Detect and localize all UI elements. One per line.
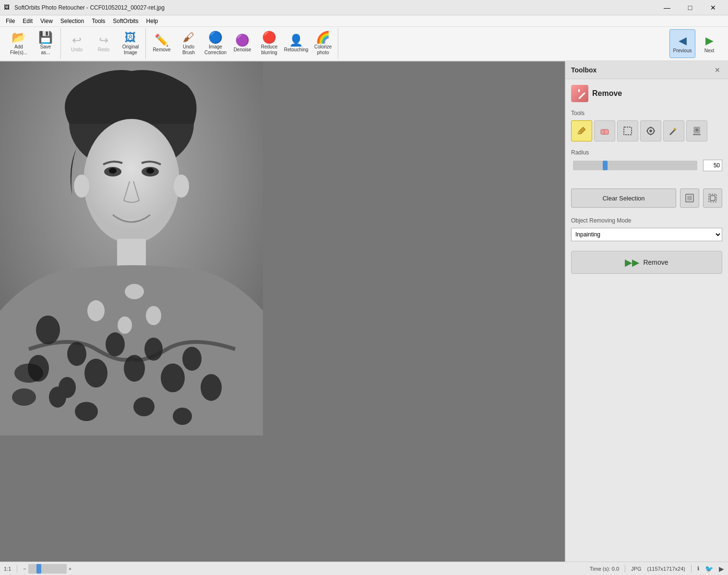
edit-group: ↩ Undo ↪ Redo 🖼 OriginalImage — [62, 28, 146, 59]
save-icon: 💾 — [38, 32, 53, 43]
zoom-slider[interactable] — [28, 564, 67, 574]
undo-brush-button[interactable]: 🖌 UndoBrush — [176, 29, 202, 58]
window-title: SoftOrbits Photo Retoucher - CCF01052012… — [14, 4, 656, 11]
add-files-label: AddFile(s)... — [10, 44, 27, 56]
close-button[interactable]: ✕ — [702, 0, 724, 15]
info-icon[interactable]: ℹ — [697, 565, 699, 572]
eraser-tool-button[interactable] — [594, 120, 615, 141]
app-icon: 🖼 — [4, 4, 12, 12]
main-content: Toolbox ✕ Remove Tools — [0, 61, 728, 562]
svg-point-18 — [161, 364, 185, 392]
svg-point-8 — [174, 175, 189, 198]
magic-wand-tool-button[interactable] — [663, 120, 684, 141]
menu-selection[interactable]: Selection — [57, 17, 88, 25]
rect-select-icon — [622, 126, 633, 136]
menu-tools[interactable]: Tools — [88, 17, 109, 25]
zoom-minus-icon[interactable]: − — [23, 566, 26, 572]
svg-point-22 — [133, 397, 155, 416]
toolbox-body: Remove Tools — [565, 79, 728, 280]
svg-point-7 — [74, 175, 89, 198]
svg-point-6 — [146, 168, 154, 174]
remove-toolbar-icon: ✏️ — [155, 35, 169, 46]
svg-point-37 — [649, 129, 652, 132]
time-separator — [625, 565, 625, 573]
svg-point-26 — [118, 317, 132, 334]
toolbar: 📂 AddFile(s)... 💾 Saveas... ↩ Undo ↪ Red… — [0, 27, 728, 61]
stamp-icon — [692, 126, 702, 136]
radius-slider[interactable] — [573, 161, 697, 170]
reduce-blurring-icon: 🔴 — [262, 32, 276, 43]
clear-selection-button[interactable]: Clear Selection — [571, 188, 676, 208]
reduce-blurring-button[interactable]: 🔴 Reduceblurring — [256, 29, 282, 58]
menu-view[interactable]: View — [36, 17, 57, 25]
svg-point-20 — [201, 374, 222, 401]
file-group: 📂 AddFile(s)... 💾 Saveas... — [4, 28, 61, 59]
contract-select-icon — [708, 193, 717, 203]
colorize-button[interactable]: 🌈 Colorizephoto — [310, 29, 336, 58]
undo-icon: ↩ — [72, 35, 82, 46]
remove-action-button[interactable]: ▶▶ Remove — [571, 251, 722, 274]
redo-button[interactable]: ↪ Redo — [91, 29, 117, 58]
svg-rect-31 — [578, 92, 585, 99]
svg-point-14 — [84, 359, 107, 387]
svg-point-24 — [49, 387, 66, 408]
undo-button[interactable]: ↩ Undo — [64, 29, 90, 58]
rect-select-tool-button[interactable] — [617, 120, 638, 141]
save-label: Saveas... — [40, 44, 51, 56]
original-image-button[interactable]: 🖼 OriginalImage — [118, 29, 143, 58]
menu-edit[interactable]: Edit — [19, 17, 36, 25]
previous-label: Previous — [673, 48, 692, 53]
mode-select[interactable]: Inpainting Content-Aware Fill Texture Sy… — [571, 228, 722, 241]
twitter-icon[interactable]: 🐦 — [705, 565, 713, 573]
next-label: Next — [704, 48, 715, 53]
svg-point-30 — [12, 388, 36, 406]
denoise-button[interactable]: 🟣 Denoise — [229, 29, 255, 58]
lasso-tool-button[interactable] — [640, 120, 661, 141]
add-files-icon: 📂 — [12, 32, 26, 43]
toolbox-close-button[interactable]: ✕ — [713, 65, 722, 75]
youtube-icon[interactable]: ▶ — [719, 565, 724, 573]
select-expand-button[interactable] — [680, 188, 699, 208]
svg-rect-33 — [601, 129, 609, 134]
stamp-tool-button[interactable] — [686, 120, 707, 141]
canvas-area[interactable] — [0, 61, 565, 562]
selection-row: Clear Selection — [571, 188, 722, 208]
next-button[interactable]: ▶ Next — [696, 29, 722, 58]
remove-icon-box — [571, 85, 588, 102]
image-correction-button[interactable]: 🔵 ImageCorrection — [203, 29, 228, 58]
minimize-button[interactable]: — — [656, 0, 678, 15]
nav-group: ◀ Previous ▶ Next — [668, 28, 724, 59]
toolbox-header: Toolbox ✕ — [565, 61, 728, 79]
maximize-button[interactable]: □ — [679, 0, 701, 15]
svg-rect-49 — [710, 196, 715, 200]
previous-button[interactable]: ◀ Previous — [669, 29, 695, 58]
save-as-button[interactable]: 💾 Saveas... — [33, 29, 59, 58]
svg-rect-35 — [624, 127, 632, 135]
original-image-label: OriginalImage — [122, 44, 139, 56]
remove-action-icon: ▶▶ — [625, 257, 639, 268]
menu-help[interactable]: Help — [143, 17, 162, 25]
radius-value-input[interactable] — [703, 160, 722, 171]
toolbox-title: Toolbox — [571, 66, 597, 74]
undo-label: Undo — [71, 47, 83, 53]
remove-section-icon — [574, 88, 585, 99]
zoom-plus-icon[interactable]: + — [69, 566, 72, 572]
original-image-icon: 🖼 — [125, 32, 136, 43]
zoom-ratio: 1:1 — [4, 566, 11, 572]
menu-softorbits[interactable]: SoftOrbits — [109, 17, 142, 25]
menu-file[interactable]: File — [2, 17, 19, 25]
image-correction-icon: 🔵 — [208, 32, 223, 43]
svg-point-44 — [695, 129, 698, 131]
svg-rect-9 — [117, 239, 146, 268]
add-files-button[interactable]: 📂 AddFile(s)... — [6, 29, 32, 58]
pencil-tool-button[interactable] — [571, 120, 592, 141]
retouching-button[interactable]: 👤 Retouching — [283, 29, 309, 58]
remove-button[interactable]: ✏️ Remove — [149, 29, 175, 58]
photo-image — [0, 61, 263, 435]
select-contract-button[interactable] — [703, 188, 722, 208]
colorize-label: Colorizephoto — [314, 44, 332, 56]
next-icon: ▶ — [705, 35, 714, 47]
denoise-label: Denoise — [234, 47, 251, 53]
svg-rect-32 — [578, 89, 580, 92]
remove-header: Remove — [571, 85, 722, 102]
